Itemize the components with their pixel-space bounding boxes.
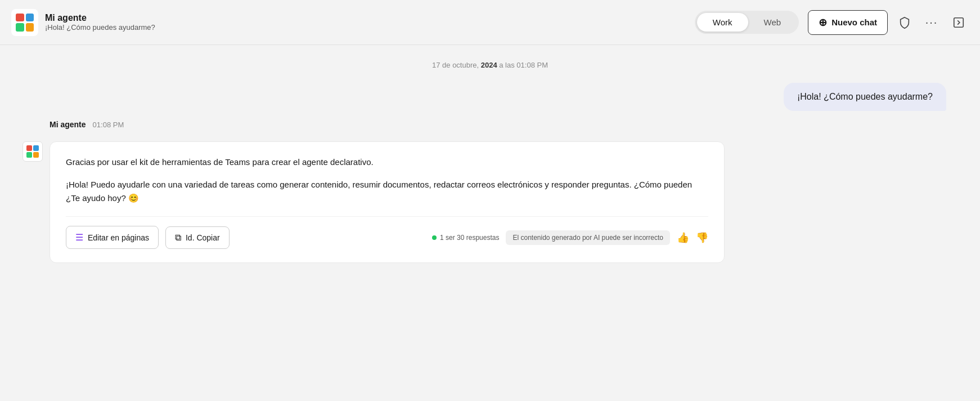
message-time: 01:08 PM	[93, 121, 124, 129]
agent-message-text: Gracias por usar el kit de herramientas …	[66, 155, 708, 205]
user-message-container: ¡Hola! ¿Cómo puedes ayudarme?	[23, 83, 957, 111]
edit-pages-label: Editar en páginas	[88, 233, 149, 242]
date-text: 17 de octubre,	[432, 61, 479, 69]
ai-disclaimer-text: El contenido generado por AI puede ser i…	[513, 234, 663, 242]
user-message-text: ¡Hola! ¿Cómo puedes ayudarme?	[797, 92, 933, 101]
date-divider: 17 de octubre, 2024 a las 01:08 PM	[23, 61, 957, 69]
response-count-text: 1 ser 30 respuestas	[440, 234, 499, 242]
ai-disclaimer: El contenido generado por AI puede ser i…	[506, 230, 670, 245]
agent-response-line1: Gracias por usar el kit de herramientas …	[66, 155, 708, 169]
agent-message-container: Gracias por usar el kit de herramientas …	[23, 141, 957, 263]
logo-cell-blue	[26, 14, 34, 22]
agent-info: Mi agente ¡Hola! ¿Cómo puedes ayudarme?	[45, 13, 155, 32]
green-dot-icon	[432, 235, 437, 240]
user-bubble: ¡Hola! ¿Cómo puedes ayudarme?	[784, 83, 946, 111]
agent-response-line2: ¡Hola! Puedo ayudarle con una variedad d…	[66, 178, 708, 205]
agent-avatar	[23, 141, 43, 162]
svg-rect-0	[954, 17, 964, 27]
new-chat-button[interactable]: ⊕ Nuevo chat	[808, 10, 888, 35]
more-icon: ···	[925, 16, 938, 29]
header-right: ⊕ Nuevo chat ···	[808, 10, 969, 35]
agent-label: Mi agente	[50, 120, 86, 129]
edit-pages-button[interactable]: ☰ Editar en páginas	[66, 226, 159, 249]
copy-label: Id. Copiar	[186, 233, 220, 242]
logo-cell-red	[16, 14, 24, 22]
more-options-button[interactable]: ···	[921, 12, 942, 33]
web-toggle-btn[interactable]: Web	[748, 13, 797, 32]
main-content: 17 de octubre, 2024 a las 01:08 PM ¡Hola…	[0, 45, 980, 401]
copy-icon: ⧉	[175, 233, 181, 243]
date-time: a las 01:08 PM	[499, 61, 548, 69]
avatar-cell-blue	[33, 145, 39, 151]
agent-name: Mi agente	[45, 13, 155, 23]
avatar-cell-yellow	[33, 152, 39, 158]
shield-button[interactable]	[894, 12, 915, 33]
header-left: Mi agente ¡Hola! ¿Cómo puedes ayudarme?	[11, 9, 686, 36]
thumbs-up-button[interactable]: 👍	[677, 231, 689, 244]
shield-icon	[898, 16, 911, 29]
new-chat-label: Nuevo chat	[831, 17, 877, 27]
avatar-cell-red	[26, 145, 32, 151]
response-count: 1 ser 30 respuestas	[432, 234, 499, 242]
mode-toggle: Work Web	[695, 11, 799, 34]
exit-button[interactable]	[948, 12, 969, 33]
message-footer: ☰ Editar en páginas ⧉ Id. Copiar 1 ser 3…	[66, 216, 708, 249]
logo-cell-yellow	[26, 23, 34, 32]
agent-message-card: Gracias por usar el kit de herramientas …	[50, 141, 725, 263]
pages-icon: ☰	[75, 232, 83, 243]
exit-icon	[952, 16, 965, 29]
work-toggle-btn[interactable]: Work	[697, 13, 748, 32]
new-chat-icon: ⊕	[819, 16, 827, 29]
logo-cell-green	[16, 23, 24, 32]
agent-message-header: Mi agente 01:08 PM	[23, 120, 957, 129]
avatar-cell-green	[26, 152, 32, 158]
agent-logo	[11, 9, 38, 36]
date-bold: 2024	[481, 61, 497, 69]
thumbs-down-button[interactable]: 👎	[696, 231, 708, 244]
agent-subtitle: ¡Hola! ¿Cómo puedes ayudarme?	[45, 23, 155, 32]
copy-button[interactable]: ⧉ Id. Copiar	[165, 226, 230, 249]
header: Mi agente ¡Hola! ¿Cómo puedes ayudarme? …	[0, 0, 980, 45]
